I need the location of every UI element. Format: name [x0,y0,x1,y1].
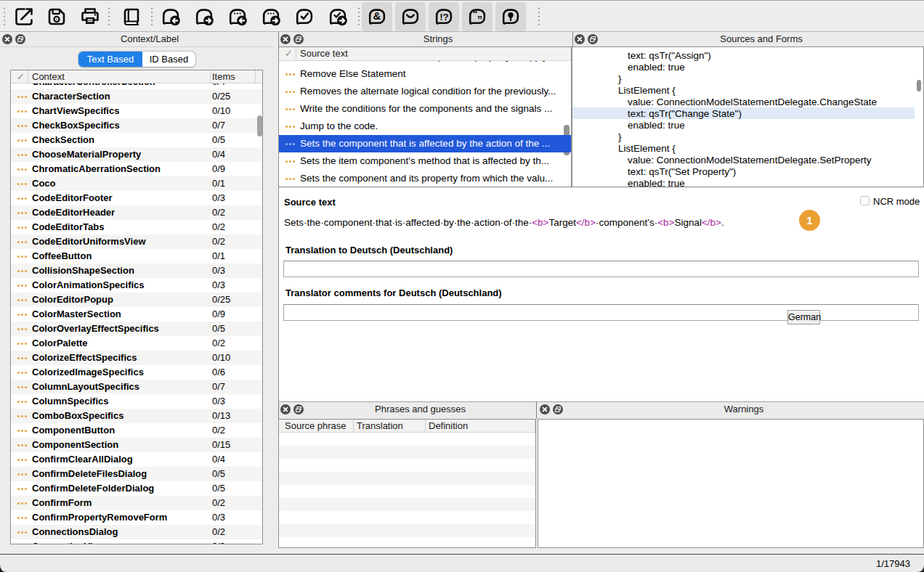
svg-text:&: & [373,9,381,22]
svg-text:„: „ [477,8,482,20]
svg-text:!?: !? [439,12,449,23]
